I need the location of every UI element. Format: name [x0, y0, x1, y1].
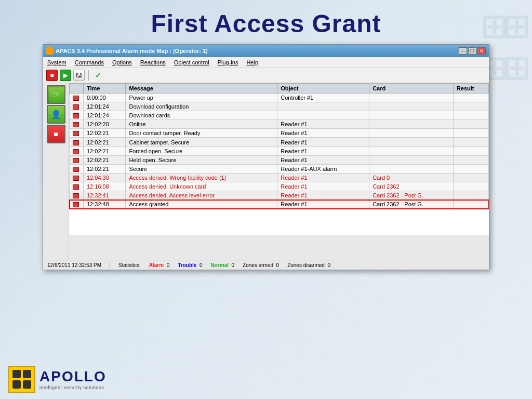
- menu-options[interactable]: Options: [110, 58, 134, 66]
- message-icon: [73, 193, 79, 198]
- row-result: [453, 182, 488, 191]
- row-card: Card 2362 - Post G.: [369, 191, 454, 200]
- row-icon-cell: [70, 102, 84, 111]
- logo-name: APOLLO: [39, 368, 107, 385]
- row-icon-cell: [70, 111, 84, 120]
- zones-armed-label: Zones armed 0: [243, 262, 279, 268]
- row-card: [369, 102, 454, 111]
- square-icon: ■: [54, 130, 58, 138]
- menubar: System Commands Options Reactions Object…: [43, 57, 489, 68]
- zones-disarmed-label: Zones disarmed 0: [287, 262, 330, 268]
- zones-disarmed-value: 0: [327, 262, 330, 268]
- row-result: [453, 129, 488, 138]
- row-message: Held open. Secure: [126, 155, 277, 164]
- row-result: [453, 191, 488, 200]
- row-time: 12:04:30: [84, 173, 126, 182]
- row-icon-cell: [70, 129, 84, 138]
- main-content: ☞ 👤 ■ Time Message Object: [43, 83, 489, 260]
- message-icon: [73, 96, 79, 101]
- titlebar: APACS 3.4 Professional Alarm mode Map : …: [43, 45, 489, 57]
- row-icon-cell: [70, 155, 84, 164]
- sidebar-btn-3[interactable]: ■: [47, 125, 65, 143]
- message-icon: [73, 104, 79, 110]
- row-time: 12:02:21: [84, 164, 126, 173]
- table-row[interactable]: 12:01:24Download cards: [70, 111, 489, 120]
- company-logo: APOLLO intelligent security solutions: [8, 366, 107, 393]
- row-icon-cell: [70, 147, 84, 155]
- toolbar-separator: [88, 70, 89, 81]
- menu-commands[interactable]: Commands: [73, 58, 106, 66]
- message-icon: [73, 167, 79, 172]
- row-result: [453, 102, 488, 111]
- table-row[interactable]: 12:02:21Held open. SecureReader #1: [70, 155, 489, 164]
- zones-armed-word: Zones armed: [243, 262, 273, 268]
- svg-rect-3: [23, 380, 31, 389]
- table-row[interactable]: 12:02:21SecureReader #1-AUX alarm: [70, 164, 489, 173]
- close-button[interactable]: ✕: [477, 47, 486, 55]
- row-result: [453, 164, 488, 173]
- stop-button[interactable]: ■: [46, 70, 58, 81]
- menu-help[interactable]: Help: [244, 58, 260, 66]
- sidebar-btn-2[interactable]: 👤: [47, 105, 65, 124]
- row-message: Access denied. Access level error: [126, 191, 277, 200]
- trouble-label: Trouble 0: [178, 262, 202, 268]
- page-title: First Access Grant: [0, 0, 532, 44]
- message-icon: [73, 184, 79, 190]
- row-card: [369, 94, 454, 102]
- table-row[interactable]: 12:02:21Cabinet tamper. SecureReader #1: [70, 138, 489, 147]
- row-message: Download configuration: [126, 102, 277, 111]
- menu-plugins[interactable]: Plug-ins: [216, 58, 241, 66]
- table-row[interactable]: 12:04:30Access denied. Wrong facility co…: [70, 173, 489, 182]
- minimize-button[interactable]: —: [459, 47, 467, 55]
- svg-rect-2: [12, 380, 21, 389]
- save-button[interactable]: 🖫: [73, 70, 85, 81]
- trouble-word: Trouble: [178, 262, 196, 268]
- table-row[interactable]: 12:32:48Access grantedReader #1Card 2362…: [70, 200, 489, 209]
- table-scroll-area[interactable]: Time Message Object Card Result 0:00:00P…: [69, 83, 489, 260]
- check-button[interactable]: ✓: [92, 70, 104, 81]
- row-result: [453, 155, 488, 164]
- alarm-label: Alarm 0: [149, 262, 169, 268]
- row-card: [369, 164, 454, 173]
- row-object: Reader #1: [277, 138, 369, 147]
- sidebar-btn-1[interactable]: ☞: [47, 85, 65, 104]
- table-row[interactable]: 0:00:00Power upController #1: [70, 94, 489, 102]
- svg-point-4: [20, 377, 24, 381]
- restore-button[interactable]: ❐: [468, 47, 476, 55]
- table-row[interactable]: 12:02:21Forced open. SecureReader #1: [70, 147, 489, 155]
- row-icon-cell: [70, 182, 84, 191]
- message-icon: [73, 158, 79, 163]
- logo-icon: [8, 366, 35, 393]
- table-row[interactable]: 12:02:20OnlineReader #1: [70, 120, 489, 129]
- play-button[interactable]: ▶: [60, 70, 71, 81]
- row-message: Forced open. Secure: [126, 147, 277, 155]
- logo-text: APOLLO intelligent security solutions: [39, 368, 107, 390]
- message-icon: [73, 113, 79, 118]
- alarm-word: Alarm: [149, 262, 164, 268]
- table-row[interactable]: 12:32:41Access denied. Access level erro…: [70, 191, 489, 200]
- table-row[interactable]: 12:16:08Access denied. Unknown cardReade…: [70, 182, 489, 191]
- row-card: [369, 120, 454, 129]
- row-object: Reader #1: [277, 200, 369, 209]
- row-result: [453, 173, 488, 182]
- table-row[interactable]: 12:01:24Download configuration: [70, 102, 489, 111]
- row-time: 0:00:00: [84, 94, 126, 102]
- col-icon: [70, 84, 84, 94]
- row-message: Access granted: [126, 200, 277, 209]
- row-card: [369, 138, 454, 147]
- menu-object-control[interactable]: Object control: [172, 58, 211, 66]
- message-icon: [73, 122, 79, 127]
- message-icon: [73, 140, 79, 145]
- row-icon-cell: [70, 191, 84, 200]
- row-object: Reader #1: [277, 182, 369, 191]
- row-icon-cell: [70, 164, 84, 173]
- toolbar: ■ ▶ 🖫 ✓: [43, 68, 489, 83]
- menu-system[interactable]: System: [45, 58, 69, 66]
- table-row[interactable]: 12:02:21Door contact tamper. ReadyReader…: [70, 129, 489, 138]
- row-message: Power up: [126, 94, 277, 102]
- row-result: [453, 200, 488, 209]
- row-message: Download cards: [126, 111, 277, 120]
- menu-reactions[interactable]: Reactions: [138, 58, 168, 66]
- svg-rect-1: [23, 370, 31, 378]
- event-table: Time Message Object Card Result 0:00:00P…: [69, 83, 489, 209]
